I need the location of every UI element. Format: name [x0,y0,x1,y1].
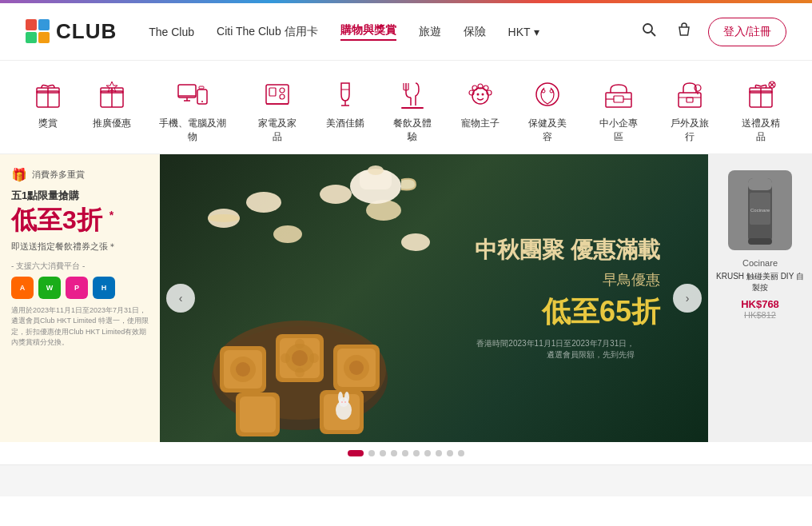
svg-rect-42 [614,96,623,102]
nav-shopping[interactable]: 購物與獎賞 [340,23,396,41]
carousel-main: ‹ [160,154,708,442]
dot-2[interactable] [380,450,386,456]
left-panel-title: 五1點限量搶購 [11,189,149,203]
carousel-prev-button[interactable]: ‹ [166,284,195,313]
svg-text:Cocinare: Cocinare [750,208,770,213]
svg-point-58 [246,192,281,213]
svg-rect-0 [26,19,37,30]
svg-point-36 [476,94,479,96]
platform-paypal: H [93,277,115,299]
cat-gifts[interactable]: 送禮及精品 [725,70,796,153]
logo[interactable]: CLUB [26,19,117,45]
product-original-price: HK$812 [744,310,776,320]
cat-rewards[interactable]: 獎賞 [16,70,80,140]
cat-pets[interactable]: 寵物主子 [448,70,512,140]
svg-point-38 [536,83,559,106]
dot-5[interactable] [413,450,420,456]
svg-point-73 [295,368,304,377]
cat-homeappliance-icon [260,77,295,112]
nav-citi[interactable]: Citi The Club 信用卡 [217,25,318,39]
cat-promotions-label: 推廣優惠 [93,117,131,130]
cat-rewards-label: 獎賞 [38,117,58,130]
cat-tech-label: 手機、電腦及潮物 [157,117,229,144]
cat-health[interactable]: 保健及美容 [512,70,583,153]
carousel-discount: 低至65折 [475,293,660,332]
carousel-main-title: 中秋團聚 優惠滿載 [475,235,660,265]
dot-8[interactable] [447,450,453,456]
search-icon [641,22,657,38]
cat-homeappliance-label: 家電及家品 [255,117,301,144]
nav-travel[interactable]: 旅遊 [419,25,441,39]
svg-point-48 [695,85,701,91]
search-button[interactable] [638,18,660,45]
svg-point-90 [338,392,343,403]
svg-point-72 [295,339,304,349]
dot-0[interactable] [348,450,364,456]
dot-1[interactable] [368,450,375,456]
left-panel-sub: 即送送指定餐飲禮券之張＊ [11,241,149,253]
svg-point-23 [280,94,285,99]
cat-dining-icon [395,77,430,112]
cat-sme-label: 中小企專區 [595,117,641,144]
carousel-disclaimer: 香港時間2023年11月1日至2023年7月31日，遴選會員限額，先到先得 [475,338,635,361]
left-panel-platforms: A W P H [11,277,149,299]
svg-rect-95 [748,178,772,190]
carousel-dots [0,442,812,464]
svg-rect-98 [748,238,772,245]
product-illustration: Cocinare [736,170,784,250]
svg-rect-19 [199,86,204,89]
dot-6[interactable] [424,450,431,456]
svg-point-92 [341,401,343,403]
nav-hkt[interactable]: HKT ▾ [508,26,539,38]
cat-outdoor[interactable]: 戶外及旅行 [654,70,725,153]
product-image: Cocinare [728,170,792,250]
nav-the-club[interactable]: The Club [149,26,194,38]
cat-outdoor-icon [672,77,707,112]
cat-tech[interactable]: 手機、電腦及潮物 [144,70,242,153]
svg-rect-85 [240,396,276,432]
svg-point-74 [281,353,290,363]
login-button[interactable]: 登入/註冊 [708,18,786,46]
nav-insurance[interactable]: 保險 [464,25,486,39]
main-nav: The Club Citi The Club 信用卡 購物與獎賞 旅遊 保險 H… [149,23,638,41]
carousel-image: 中秋團聚 優惠滿載 早鳥優惠 低至65折 香港時間2023年11月1日至2023… [160,154,708,442]
svg-rect-3 [38,32,50,43]
svg-line-5 [651,32,655,36]
cat-promotions[interactable]: 推廣優惠 [80,70,144,140]
bag-button[interactable] [673,18,695,45]
svg-rect-2 [26,32,37,43]
dot-3[interactable] [391,450,397,456]
left-panel-badge: 🎁 消費券多重賞 [11,167,149,182]
svg-point-59 [273,225,302,243]
svg-point-79 [236,362,250,377]
mooncake-illustration [176,154,456,442]
cat-homeappliance[interactable]: 家電及家品 [242,70,313,153]
svg-point-18 [201,101,203,102]
badge-text: 消費券多重賞 [32,169,85,181]
dot-9[interactable] [458,450,464,456]
dot-4[interactable] [402,450,408,456]
cat-gifts-label: 送禮及精品 [738,117,783,144]
left-panel-sub2: - 支援六大消費平台 - [11,261,149,272]
svg-point-93 [344,401,346,403]
cat-pets-label: 寵物主子 [461,117,500,130]
left-panel-footer: 適用於2023年11月1日至2023年7月31日，遴選會員Club HKT Li… [11,305,149,349]
carousel-text: 中秋團聚 優惠滿載 早鳥優惠 低至65折 香港時間2023年11月1日至2023… [475,235,660,361]
carousel-next-button[interactable]: › [673,284,702,313]
svg-point-91 [344,392,349,403]
dot-7[interactable] [436,450,442,456]
product-price: HK$768 [741,298,779,310]
left-panel-big: 低至3折 * [11,206,149,234]
svg-rect-47 [687,98,693,102]
cat-wine[interactable]: 美酒佳餚 [313,70,377,140]
svg-point-37 [481,94,484,96]
product-name: KRUSH 触碰美丽 DIY 自製按 [716,271,804,293]
svg-rect-41 [606,93,631,107]
logo-text: CLUB [56,19,117,44]
svg-point-83 [349,361,364,375]
svg-rect-21 [269,88,276,96]
platform-payme: P [66,277,88,299]
carousel-left-panel: 🎁 消費券多重賞 五1點限量搶購 低至3折 * 即送送指定餐飲禮券之張＊ - 支… [0,154,160,442]
cat-dining[interactable]: 餐飲及體驗 [377,70,448,153]
cat-sme[interactable]: 中小企專區 [583,70,654,153]
